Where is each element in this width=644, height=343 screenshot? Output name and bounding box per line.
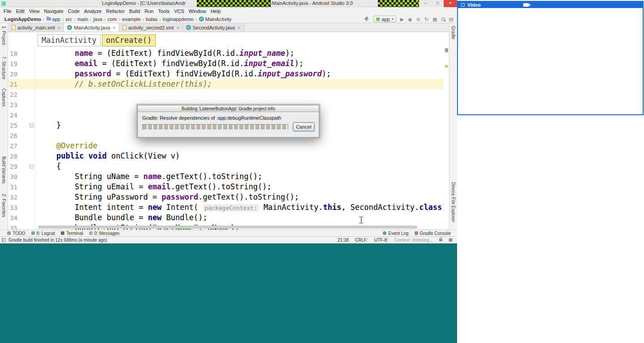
fold-column — [28, 59, 36, 69]
search-icon[interactable] — [441, 17, 445, 21]
editor-tab[interactable]: CMainActivity.java× — [64, 23, 119, 32]
breadcrumb-item[interactable]: LoginAppDemo — [4, 17, 41, 22]
run-button[interactable]: ▶ — [400, 16, 404, 22]
menu-item-run[interactable]: Run — [142, 8, 156, 14]
editor-tab[interactable]: activity_main.xml× — [8, 23, 64, 32]
code-line[interactable]: 21 // b.setOnClickListener(this); — [8, 79, 444, 89]
recording-region-hatch — [197, 0, 271, 7]
scrollbar-mark — [445, 48, 448, 52]
close-icon[interactable]: × — [113, 25, 115, 30]
code-line[interactable]: 30 String uName = name.getText().toStrin… — [8, 172, 444, 182]
menu-item-tools[interactable]: Tools — [156, 8, 172, 14]
avd-manager-icon[interactable]: ▦ — [432, 16, 437, 22]
left-tool-stripe: 1: Project7: StructureCapturesBuild Vari… — [0, 23, 8, 230]
video-panel-header[interactable]: Video — [458, 2, 643, 8]
code-line[interactable]: 32 String uPassword = password.getText()… — [8, 192, 444, 202]
menu-item-analyze[interactable]: Analyze — [82, 8, 104, 14]
line-number: 32 — [8, 194, 28, 201]
maximize-button[interactable]: □ — [432, 0, 444, 7]
menu-item-vcs[interactable]: VCS — [172, 8, 186, 14]
tool-stripe-button-captures[interactable]: Captures — [1, 88, 6, 107]
code-line[interactable]: 20 password = (EditText) findViewById(R.… — [8, 69, 444, 79]
minimize-button[interactable]: – — [419, 0, 432, 7]
breadcrumb-item[interactable]: src — [66, 17, 72, 22]
code-line[interactable]: 19 email = (EditText) findViewById(R.id.… — [8, 59, 444, 69]
tool-stripe-button-gradle[interactable]: Gradle — [451, 26, 456, 39]
tool-window-button-messages[interactable]: 0: Messages — [89, 231, 120, 236]
code-token: = (EditText) findViewById(R.id. — [111, 69, 258, 78]
menu-item-view[interactable]: View — [27, 8, 42, 14]
breadcrumb-item[interactable]: java — [93, 17, 102, 22]
code-token: onClick(View v) — [107, 151, 180, 160]
folder-icon — [47, 17, 51, 21]
breadcrumb-method[interactable]: onCreate() — [102, 34, 156, 46]
menu-item-file[interactable]: File — [1, 8, 14, 14]
breadcrumb-item[interactable]: com — [107, 17, 117, 22]
menu-item-navigate[interactable]: Navigate — [42, 8, 65, 14]
stop-button[interactable]: ⊘ — [416, 16, 420, 22]
menu-item-build[interactable]: Build — [127, 8, 142, 14]
breadcrumb-class[interactable]: MainActivity — [38, 34, 101, 46]
menu-bar: FileEditViewNavigateCodeAnalyzeRefactorB… — [0, 7, 457, 15]
run-config-dropdown[interactable]: app ▾ — [373, 16, 396, 22]
tool-stripe-button-1-project[interactable]: 1: Project — [1, 26, 6, 45]
menu-item-window[interactable]: Window — [186, 8, 208, 14]
tool-window-toggle-icon[interactable] — [2, 238, 6, 242]
breadcrumb-item[interactable]: CMainActivity — [199, 17, 232, 22]
window-titlebar[interactable]: LoginAppDemo - [C:\Users\balas\Andr Main… — [0, 0, 457, 7]
line-ending-indicator[interactable]: CRLF: — [355, 238, 368, 243]
close-button[interactable]: ✕ — [444, 0, 457, 7]
code-line[interactable]: 22 — [8, 89, 444, 100]
tool-stripe-button-build-variants[interactable]: Build Variants — [1, 156, 6, 184]
line-number: 28 — [8, 153, 28, 160]
horizontal-scrollbar[interactable] — [38, 226, 417, 229]
code-line[interactable]: 28 public void onClick(View v) — [8, 151, 444, 161]
breadcrumb-item[interactable]: main — [77, 17, 88, 22]
video-camera-icon[interactable] — [523, 3, 529, 7]
tool-stripe-button-7-structure[interactable]: 7: Structure — [1, 56, 6, 79]
close-icon[interactable]: × — [58, 25, 60, 30]
menu-item-code[interactable]: Code — [66, 8, 82, 14]
menu-item-refactor[interactable]: Refactor — [104, 8, 127, 14]
code-line[interactable]: 18 name = (EditText) findViewById(R.id.i… — [8, 48, 444, 59]
gradle-progress-dialog: Building 'ListenerButtonApp' Gradle proj… — [137, 105, 319, 138]
editor-tab[interactable]: activity_second2.xml× — [119, 23, 183, 32]
code-line[interactable]: 29− { — [8, 161, 444, 172]
tool-stripe-button-2-favorites[interactable]: 2: Favorites — [1, 194, 6, 217]
gradle-sync-icon[interactable]: ↻ — [424, 16, 428, 22]
code-line[interactable]: 31 String uEmail = email.getText().toStr… — [8, 182, 444, 192]
tool-window-button-logcat[interactable]: 6: Logcat — [31, 231, 55, 236]
menu-item-help[interactable]: Help — [208, 8, 223, 14]
tool-stripe-button-device-file-explorer[interactable]: Device File Explorer — [451, 182, 456, 222]
menu-item-edit[interactable]: Edit — [14, 8, 27, 14]
editor-tab[interactable]: CSecondActivity.java× — [183, 23, 244, 32]
inspections-icon[interactable] — [449, 238, 453, 242]
code-line[interactable]: 33 Intent intent = new Intent( packageCo… — [8, 202, 444, 213]
tool-window-button-gradle[interactable]: Gradle Console — [415, 231, 451, 236]
close-icon[interactable]: × — [237, 25, 240, 30]
tool-windows-icon[interactable]: ▤ — [449, 16, 453, 22]
breadcrumb-item[interactable]: example — [122, 17, 141, 22]
code-line[interactable]: 27 @Override — [8, 141, 444, 151]
code-area[interactable]: 18 name = (EditText) findViewById(R.id.i… — [8, 48, 444, 230]
encoding-indicator[interactable]: UTF-8: — [374, 238, 388, 243]
recording-region-hatch — [378, 0, 419, 7]
lock-icon[interactable] — [439, 239, 442, 241]
dialog-titlebar[interactable]: Building 'ListenerButtonApp' Gradle proj… — [138, 105, 319, 112]
debug-button[interactable]: ◉ — [408, 16, 412, 22]
tool-window-button-todo[interactable]: TODO — [7, 231, 25, 236]
code-token: class — [419, 203, 442, 212]
breadcrumb-item[interactable]: balas — [146, 17, 157, 22]
fold-marker-icon[interactable]: − — [30, 164, 34, 168]
code-line[interactable]: 34 Bundle bundle = new Bundle(); — [8, 213, 444, 223]
fold-column — [28, 182, 36, 192]
build-hammer-icon[interactable] — [364, 16, 369, 22]
android-studio-icon — [1, 1, 6, 6]
breadcrumb-item[interactable]: app — [47, 17, 60, 22]
tool-window-button-event[interactable]: Event Log — [383, 231, 408, 236]
tool-window-button-terminal[interactable]: Terminal — [61, 231, 83, 236]
close-icon[interactable]: × — [176, 25, 179, 30]
breadcrumb-item[interactable]: loginappdemo — [163, 17, 194, 22]
fold-marker-icon[interactable]: − — [30, 123, 34, 127]
cancel-button[interactable]: Cancel — [293, 122, 314, 131]
